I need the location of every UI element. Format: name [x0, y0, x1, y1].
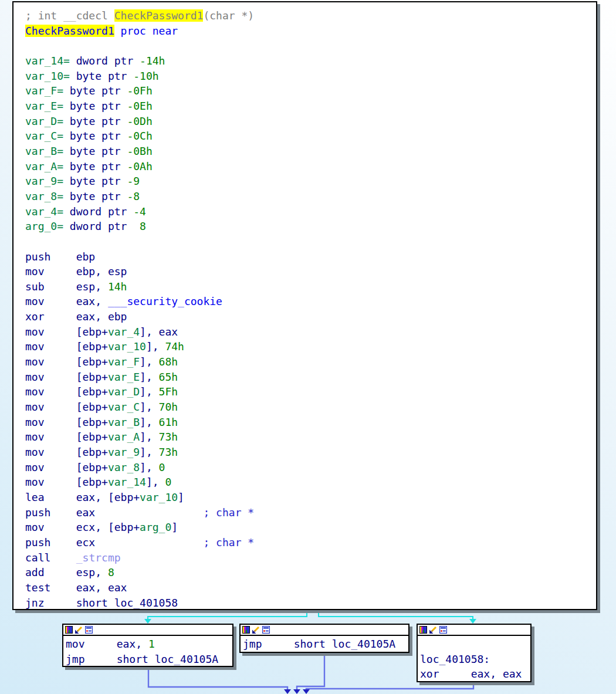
main-node-code: ; int __cdecl CheckPassword1(char *)Chec…	[13, 2, 596, 610]
code-line: mov [ebp+var_10], 74h	[25, 339, 596, 354]
node-code: loc_401058:xor eax, eax	[418, 636, 530, 682]
code-line: mov ecx, [ebp+arg_0]	[25, 520, 596, 535]
code-line: var_C= byte ptr -0Ch	[25, 128, 596, 144]
code-line: ; int __cdecl CheckPassword1(char *)	[25, 8, 596, 23]
code-line: sub esp, 14h	[25, 279, 596, 294]
edge-block3-to-merge	[306, 682, 473, 690]
basic-block-mov-eax-1[interactable]: mov eax, 1jmp short loc_40105A	[62, 624, 233, 667]
code-line: mov [ebp+var_C], 70h	[25, 400, 596, 415]
code-line: loc_401058:	[420, 652, 530, 667]
edge-fallthrough-to-block1	[148, 610, 307, 619]
code-line: push ecx ; char *	[25, 535, 596, 550]
code-line: var_B= byte ptr -0Bh	[25, 144, 596, 159]
code-line: arg_0= dword ptr 8	[25, 219, 596, 234]
code-line: mov eax, ___security_cookie	[25, 294, 596, 309]
code-line: xor eax, eax	[420, 666, 530, 682]
edge-arrowhead	[293, 689, 300, 694]
code-line: var_A= byte ptr -0Ah	[25, 159, 596, 174]
code-line: test eax, eax	[25, 580, 596, 595]
node-color-icon[interactable]	[242, 626, 250, 634]
node-color-icon[interactable]	[65, 626, 73, 634]
edge-block1-to-merge	[148, 666, 287, 689]
code-line: mov [ebp+var_9], 73h	[25, 445, 596, 460]
code-line: mov [ebp+var_4], eax	[25, 324, 596, 340]
basic-block-jmp-40105A[interactable]: jmp short loc_40105A	[239, 624, 409, 653]
node-frame-icon[interactable]	[262, 626, 270, 634]
code-line: var_9= byte ptr -9	[25, 174, 596, 189]
code-line: jmp short loc_40105A	[243, 637, 408, 652]
node-titlebar	[63, 625, 232, 636]
code-line: push eax ; char *	[25, 505, 596, 520]
code-line	[25, 234, 596, 249]
code-line: mov [ebp+var_D], 5Fh	[25, 384, 596, 400]
edge-arrowhead	[284, 689, 291, 694]
code-line: var_14= dword ptr -14h	[25, 53, 596, 69]
code-line: call _strcmp	[25, 550, 596, 566]
code-line: var_D= byte ptr -0Dh	[25, 114, 596, 129]
code-line	[420, 637, 530, 652]
node-edit-icon[interactable]	[75, 626, 83, 634]
basic-block-main[interactable]: ; int __cdecl CheckPassword1(char *)Chec…	[12, 1, 597, 610]
code-line: var_8= byte ptr -8	[25, 189, 596, 204]
code-line: var_F= byte ptr -0Fh	[25, 83, 596, 99]
code-line: mov [ebp+var_E], 65h	[25, 370, 596, 385]
edge-arrowhead	[303, 689, 310, 694]
node-edit-icon[interactable]	[252, 626, 260, 634]
node-titlebar	[241, 625, 408, 636]
node-edit-icon[interactable]	[429, 626, 437, 634]
node-code: mov eax, 1jmp short loc_40105A	[63, 636, 232, 666]
code-line: jmp short loc_40105A	[66, 652, 232, 667]
edge-arrowhead	[469, 619, 476, 624]
code-line: mov ebp, esp	[25, 264, 596, 279]
node-code: jmp short loc_40105A	[241, 636, 408, 652]
code-line: xor eax, ebp	[25, 309, 596, 324]
code-line: mov [ebp+var_F], 68h	[25, 354, 596, 370]
code-line: var_E= byte ptr -0Eh	[25, 99, 596, 114]
edge-jump-to-loc-401058	[319, 610, 473, 619]
code-line: CheckPassword1 proc near	[25, 23, 596, 39]
code-line: mov eax, 1	[66, 637, 232, 652]
code-line: mov [ebp+var_B], 61h	[25, 415, 596, 430]
code-line	[25, 38, 596, 53]
code-line: add esp, 8	[25, 565, 596, 580]
code-line: var_10= byte ptr -10h	[25, 69, 596, 84]
node-titlebar	[418, 625, 530, 636]
code-line: var_4= dword ptr -4	[25, 204, 596, 219]
code-line: mov [ebp+var_14], 0	[25, 475, 596, 490]
code-line: push ebp	[25, 249, 596, 265]
code-line: lea eax, [ebp+var_10]	[25, 490, 596, 505]
basic-block-loc-401058[interactable]: loc_401058:xor eax, eax	[417, 624, 532, 682]
node-color-icon[interactable]	[419, 626, 427, 634]
node-frame-icon[interactable]	[85, 626, 93, 634]
edge-arrowhead	[144, 619, 151, 624]
code-line: mov [ebp+var_A], 73h	[25, 429, 596, 445]
code-line: jnz short loc_401058	[25, 595, 596, 611]
node-frame-icon[interactable]	[439, 626, 447, 634]
edge-block2-to-merge	[297, 652, 324, 689]
code-line: mov [ebp+var_8], 0	[25, 460, 596, 475]
